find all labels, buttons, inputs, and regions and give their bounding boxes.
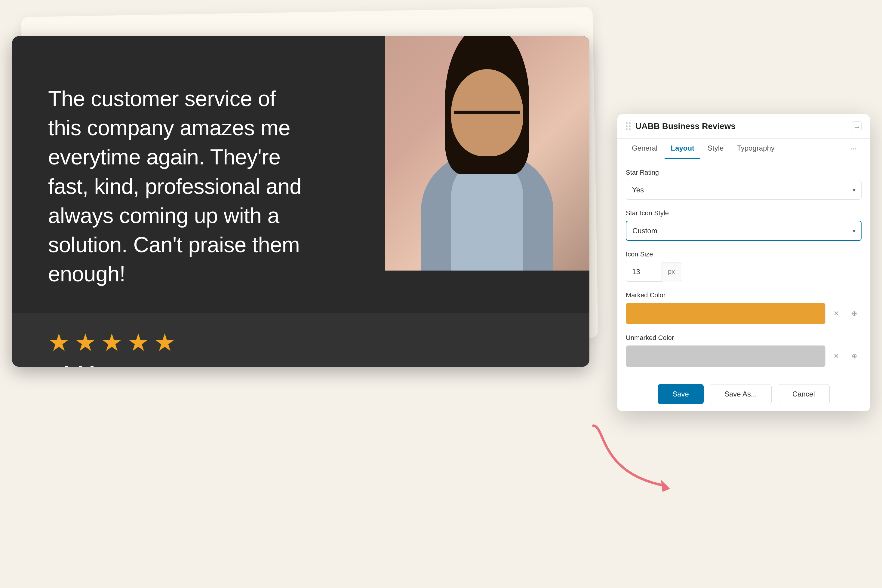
tab-layout[interactable]: Layout <box>664 139 700 159</box>
icon-size-input[interactable] <box>626 262 662 282</box>
testimonial-text-area: The customer service of this company ama… <box>12 36 385 313</box>
settings-panel: UABB Business Reviews ▭ General Layout S… <box>618 114 870 411</box>
tab-more[interactable]: ··· <box>845 139 861 159</box>
save-as-button[interactable]: Save As... <box>710 384 772 404</box>
handle-dot <box>626 128 628 130</box>
panel-body: Star Rating Yes No ▾ Star Icon Style Cus… <box>618 159 870 376</box>
handle-dot <box>626 125 628 127</box>
star-5: ★ <box>154 331 176 355</box>
unmarked-color-swatch[interactable] <box>626 345 825 367</box>
unmarked-color-clear-button[interactable]: ✕ <box>829 349 843 363</box>
marked-color-swatch[interactable] <box>626 303 825 324</box>
marked-color-row: ✕ ⊕ <box>626 303 861 324</box>
close-icon: ✕ <box>834 310 839 318</box>
svg-marker-0 <box>661 480 670 492</box>
handle-dot <box>629 128 631 130</box>
testimonial-card: The customer service of this company ama… <box>12 36 589 367</box>
star-icon-style-select-wrapper: Custom Default Filled Outline ▾ <box>626 220 861 241</box>
card-bottom: ★ ★ ★ ★ ★ Dirkje Evers <box>12 313 589 367</box>
plus-circle-icon: ⊕ <box>852 352 857 360</box>
handle-dot <box>626 122 628 124</box>
reviewer-name: Dirkje Evers <box>48 362 176 367</box>
star-4: ★ <box>128 331 149 355</box>
stars-row: ★ ★ ★ ★ ★ <box>48 331 176 355</box>
unmarked-color-row: ✕ ⊕ <box>626 345 861 367</box>
star-icon-style-select[interactable]: Custom Default Filled Outline <box>626 220 861 241</box>
marked-color-field: Marked Color ✕ ⊕ <box>626 291 861 324</box>
icon-size-field: Icon Size px <box>626 250 861 282</box>
unmarked-color-field: Unmarked Color ✕ ⊕ <box>626 334 861 367</box>
close-icon: ▭ <box>854 123 859 130</box>
testimonial-quote: The customer service of this company ama… <box>48 84 307 289</box>
star-rating-label: Star Rating <box>626 169 861 177</box>
save-button[interactable]: Save <box>658 384 704 404</box>
icon-size-row: px <box>626 262 861 282</box>
tab-typography[interactable]: Typography <box>731 139 780 159</box>
tab-style[interactable]: Style <box>702 139 730 159</box>
handle-dot <box>629 122 631 124</box>
tab-general[interactable]: General <box>626 139 663 159</box>
star-icon-style-label: Star Icon Style <box>626 209 861 217</box>
panel-header: UABB Business Reviews ▭ <box>618 114 870 139</box>
arrow-container <box>581 420 678 504</box>
unmarked-color-label: Unmarked Color <box>626 334 861 342</box>
arrow-svg <box>581 420 678 504</box>
panel-title: UABB Business Reviews <box>636 122 847 131</box>
marked-color-add-button[interactable]: ⊕ <box>847 306 861 321</box>
marked-color-clear-button[interactable]: ✕ <box>829 306 843 321</box>
star-rating-select-wrapper: Yes No ▾ <box>626 180 861 200</box>
unmarked-color-add-button[interactable]: ⊕ <box>847 349 861 363</box>
reviewer-photo <box>385 36 589 270</box>
drag-handle[interactable] <box>626 122 631 130</box>
size-unit: px <box>662 262 681 281</box>
marked-color-label: Marked Color <box>626 291 861 299</box>
star-2: ★ <box>75 331 96 355</box>
reviewer-image-area <box>385 36 589 313</box>
star-1: ★ <box>48 331 70 355</box>
star-rating-select[interactable]: Yes No <box>626 180 861 200</box>
panel-footer: Save Save As... Cancel <box>618 376 870 411</box>
star-icon-style-field: Star Icon Style Custom Default Filled Ou… <box>626 209 861 241</box>
star-3: ★ <box>101 331 123 355</box>
icon-size-label: Icon Size <box>626 250 861 258</box>
panel-close-button[interactable]: ▭ <box>852 122 861 131</box>
panel-tabs: General Layout Style Typography ··· <box>618 139 870 159</box>
star-rating-field: Star Rating Yes No ▾ <box>626 169 861 200</box>
cancel-button[interactable]: Cancel <box>778 384 830 404</box>
handle-dot <box>629 125 631 127</box>
plus-circle-icon: ⊕ <box>852 310 857 318</box>
close-icon: ✕ <box>834 352 839 360</box>
